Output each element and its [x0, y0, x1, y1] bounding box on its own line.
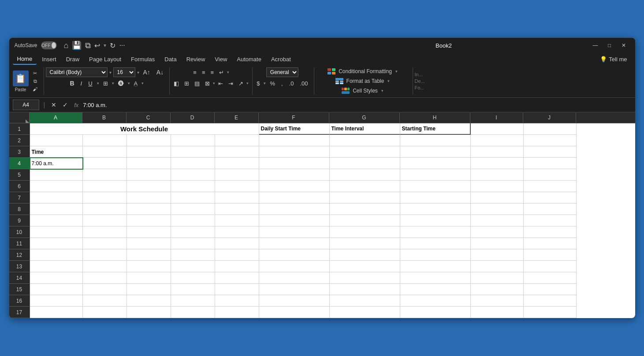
cell-i15[interactable] [471, 284, 524, 295]
cell-h4[interactable] [400, 158, 471, 169]
cell-e11[interactable] [215, 238, 259, 249]
cell-f9[interactable] [259, 215, 330, 226]
cell-f14[interactable] [259, 272, 330, 284]
cell-f8[interactable] [259, 204, 330, 215]
cell-f2[interactable] [259, 135, 330, 146]
cell-g14[interactable] [330, 272, 400, 284]
col-header-i[interactable]: I [470, 112, 523, 123]
cell-f10[interactable] [259, 226, 330, 238]
cell-g6[interactable] [330, 181, 400, 192]
cell-i2[interactable] [471, 135, 524, 146]
cell-f7[interactable] [259, 192, 330, 204]
cell-h8[interactable] [400, 204, 471, 215]
cell-b7[interactable] [83, 192, 127, 204]
cell-e5[interactable] [215, 169, 259, 181]
col-header-h[interactable]: H [400, 112, 470, 123]
cell-c4[interactable] [127, 158, 171, 169]
border-button[interactable]: ⊞ [101, 78, 110, 88]
cell-f17[interactable] [259, 307, 330, 318]
cell-a3[interactable]: Time [30, 146, 83, 158]
cell-h3[interactable] [400, 146, 471, 158]
cell-i17[interactable] [471, 307, 524, 318]
cell-c9[interactable] [127, 215, 171, 226]
cell-h5[interactable] [400, 169, 471, 181]
row-header-16[interactable]: 16 [9, 295, 30, 307]
cell-d2[interactable] [171, 135, 215, 146]
cell-b15[interactable] [83, 284, 127, 295]
cell-i13[interactable] [471, 261, 524, 272]
cell-b13[interactable] [83, 261, 127, 272]
border-dropdown[interactable]: ▾ [112, 81, 114, 85]
cell-a11[interactable] [30, 238, 83, 249]
cell-g3[interactable] [330, 146, 400, 158]
cell-a4[interactable]: 7:00 a.m. [30, 158, 83, 169]
undo-dropdown-icon[interactable]: ▾ [104, 42, 106, 48]
menu-acrobat[interactable]: Acrobat [267, 54, 295, 64]
cell-c15[interactable] [127, 284, 171, 295]
cell-f13[interactable] [259, 261, 330, 272]
cell-b12[interactable] [83, 249, 127, 261]
cell-a8[interactable] [30, 204, 83, 215]
cell-b11[interactable] [83, 238, 127, 249]
cell-d8[interactable] [171, 204, 215, 215]
cell-h7[interactable] [400, 192, 471, 204]
increase-decimal-button[interactable]: .00 [298, 78, 310, 88]
cell-b9[interactable] [83, 215, 127, 226]
cell-g15[interactable] [330, 284, 400, 295]
underline-button[interactable]: U [86, 78, 94, 88]
cell-g1[interactable]: Time Interval [330, 123, 400, 135]
cell-j8[interactable] [524, 204, 577, 215]
cell-a6[interactable] [30, 181, 83, 192]
align-left-button[interactable]: ◧ [171, 78, 181, 88]
align-middle-button[interactable]: ≡ [200, 67, 208, 77]
cell-d15[interactable] [171, 284, 215, 295]
align-bottom-button[interactable]: ≡ [208, 67, 216, 77]
cell-g8[interactable] [330, 204, 400, 215]
autosave-toggle[interactable]: OFF [41, 41, 57, 49]
row-header-3[interactable]: 3 [9, 146, 30, 158]
menu-automate[interactable]: Automate [232, 54, 266, 64]
row-header-7[interactable]: 7 [9, 192, 30, 204]
col-header-c[interactable]: C [127, 112, 171, 123]
font-family-select[interactable]: Calibri (Body) [46, 67, 108, 77]
close-button[interactable]: ✕ [618, 41, 630, 50]
cell-i5[interactable] [471, 169, 524, 181]
cell-e10[interactable] [215, 226, 259, 238]
cell-e17[interactable] [215, 307, 259, 318]
cell-c14[interactable] [127, 272, 171, 284]
cell-b14[interactable] [83, 272, 127, 284]
col-header-j[interactable]: J [523, 112, 576, 123]
cell-i7[interactable] [471, 192, 524, 204]
font-color-button[interactable]: A [132, 78, 140, 88]
cell-b17[interactable] [83, 307, 127, 318]
number-format-select[interactable]: General [266, 67, 298, 77]
cell-j15[interactable] [524, 284, 577, 295]
cell-h6[interactable] [400, 181, 471, 192]
cell-f3[interactable] [259, 146, 330, 158]
format-as-table-item[interactable]: Format as Table ▾ [334, 77, 391, 85]
confirm-formula-button[interactable]: ✓ [61, 101, 70, 108]
cell-f11[interactable] [259, 238, 330, 249]
cell-h15[interactable] [400, 284, 471, 295]
cell-a14[interactable] [30, 272, 83, 284]
cell-d11[interactable] [171, 238, 215, 249]
cell-d12[interactable] [171, 249, 215, 261]
cell-j5[interactable] [524, 169, 577, 181]
col-header-d[interactable]: D [171, 112, 215, 123]
cell-i4[interactable] [471, 158, 524, 169]
cell-f1[interactable]: Daily Start Time [259, 123, 330, 135]
cell-f5[interactable] [259, 169, 330, 181]
formula-input[interactable] [83, 102, 631, 108]
merge-dropdown[interactable]: ▾ [213, 81, 215, 85]
cell-e3[interactable] [215, 146, 259, 158]
row-header-5[interactable]: 5 [9, 169, 30, 181]
cell-j6[interactable] [524, 181, 577, 192]
cell-c13[interactable] [127, 261, 171, 272]
row-header-9[interactable]: 9 [9, 215, 30, 226]
cell-a2[interactable] [30, 135, 83, 146]
cancel-formula-button[interactable]: ✕ [49, 101, 58, 108]
cell-c7[interactable] [127, 192, 171, 204]
cell-d5[interactable] [171, 169, 215, 181]
cell-d3[interactable] [171, 146, 215, 158]
cell-j13[interactable] [524, 261, 577, 272]
